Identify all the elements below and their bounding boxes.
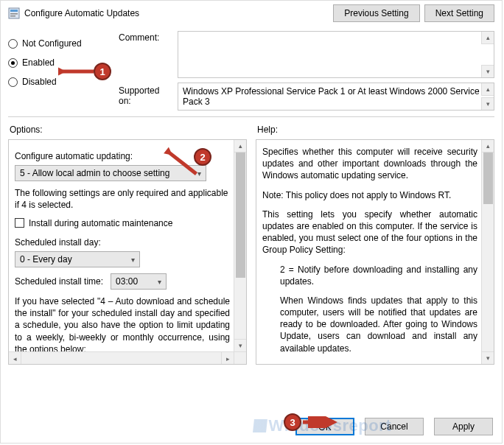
select-value: 5 - Allow local admin to choose setting <box>20 167 169 179</box>
sched-day-select[interactable]: 0 - Every day ▾ <box>15 251 140 267</box>
comment-textarea[interactable]: ▴ ▾ <box>178 31 494 78</box>
options-panel: Configure automatic updating: 5 - Allow … <box>8 139 247 365</box>
help-text: When Windows finds updates that apply to… <box>280 295 477 354</box>
options-label: Options: <box>10 125 247 135</box>
ok-button[interactable]: OK <box>295 418 354 435</box>
select-value: 03:00 <box>116 276 138 287</box>
radio-disabled[interactable]: Disabled <box>8 77 119 87</box>
configure-updating-label: Configure automatic updating: <box>15 150 230 162</box>
app-icon <box>8 7 20 19</box>
scroll-left-icon[interactable]: ◂ <box>9 352 21 365</box>
install-maintenance-checkbox[interactable]: Install during automatic maintenance <box>15 217 230 229</box>
help-panel: Specifies whether this computer will rec… <box>256 139 494 365</box>
checkbox-icon <box>15 218 24 228</box>
supported-on-label: Supported on: <box>119 83 172 111</box>
previous-setting-button[interactable]: Previous Setting <box>333 4 419 22</box>
scrollbar-thumb[interactable] <box>236 153 245 278</box>
radio-icon <box>8 39 18 49</box>
scroll-up-icon[interactable]: ▴ <box>481 32 494 44</box>
sched-time-label: Scheduled install time: <box>15 276 103 287</box>
apply-button[interactable]: Apply <box>434 418 493 435</box>
vertical-scrollbar[interactable]: ▴ ▾ <box>481 140 494 364</box>
vertical-scrollbar[interactable]: ▴ ▾ <box>234 140 246 351</box>
scrollbar-thumb[interactable] <box>483 153 493 204</box>
radio-label: Not Configured <box>22 38 82 49</box>
scroll-corner <box>234 351 246 364</box>
radio-not-configured[interactable]: Not Configured <box>8 38 119 49</box>
scroll-right-icon[interactable]: ▸ <box>221 352 234 365</box>
help-text: 2 = Notify before downloading and instal… <box>280 264 477 287</box>
scroll-up-icon[interactable]: ▴ <box>234 140 247 153</box>
horizontal-scrollbar[interactable]: ◂ ▸ <box>9 351 234 364</box>
checkbox-label: Install during automatic maintenance <box>29 217 172 229</box>
comment-label: Comment: <box>119 31 172 78</box>
svg-rect-1 <box>10 10 18 12</box>
divider <box>8 116 494 117</box>
options-note: The following settings are only required… <box>15 187 230 211</box>
svg-rect-3 <box>10 15 15 17</box>
help-text: 3 = (Default setting) Download the updat… <box>280 362 477 364</box>
radio-label: Disabled <box>22 77 57 87</box>
scroll-down-icon[interactable]: ▾ <box>481 97 494 110</box>
radio-enabled[interactable]: Enabled <box>8 57 119 68</box>
radio-icon <box>8 58 18 68</box>
select-value: 0 - Every day <box>20 253 72 265</box>
supported-on-text: Windows XP Professional Service Pack 1 o… <box>183 86 480 107</box>
chevron-down-icon: ▾ <box>131 255 135 265</box>
help-text: Specifies whether this computer will rec… <box>262 146 477 182</box>
options-footnote: If you have selected "4 – Auto download … <box>15 295 230 355</box>
sched-time-select[interactable]: 03:00 ▾ <box>111 273 167 290</box>
sched-day-label: Scheduled install day: <box>15 236 230 248</box>
help-text: This setting lets you specify whether au… <box>262 209 477 256</box>
next-setting-button[interactable]: Next Setting <box>424 4 494 22</box>
chevron-down-icon: ▾ <box>158 277 161 287</box>
configure-updating-select[interactable]: 5 - Allow local admin to choose setting … <box>15 165 206 181</box>
scroll-down-icon[interactable]: ▾ <box>482 351 494 364</box>
scroll-down-icon[interactable]: ▾ <box>234 339 247 351</box>
help-label: Help: <box>257 125 494 135</box>
scroll-down-icon[interactable]: ▾ <box>481 65 494 77</box>
chevron-down-icon: ▾ <box>197 169 201 179</box>
window-title: Configure Automatic Updates <box>24 8 139 18</box>
supported-on-box: Windows XP Professional Service Pack 1 o… <box>178 83 494 111</box>
scroll-up-icon[interactable]: ▴ <box>481 83 494 96</box>
svg-rect-2 <box>10 13 18 15</box>
radio-icon <box>8 77 18 87</box>
scroll-up-icon[interactable]: ▴ <box>482 140 494 153</box>
help-text: Note: This policy does not apply to Wind… <box>262 189 477 201</box>
radio-label: Enabled <box>22 57 55 68</box>
cancel-button[interactable]: Cancel <box>365 418 424 435</box>
